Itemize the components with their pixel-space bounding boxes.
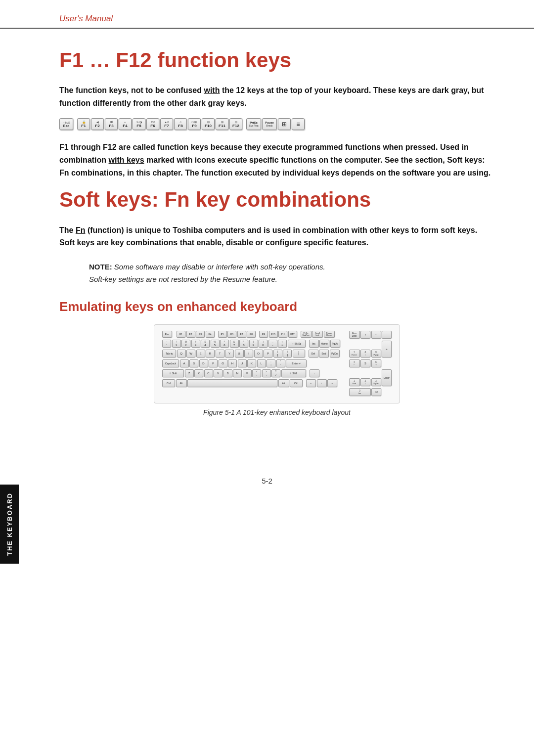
main-keyboard: Esc F1 F2 F3 F4 F5 F6 F7 F8 F9 F10 [162,331,340,388]
kbd-w: W [186,350,195,357]
figure-caption: Figure 5-1 A 101-key enhanced keyboard l… [203,408,351,416]
kbd-enter: Enter ↵ [286,359,307,367]
kbd-f12: F12 [288,331,297,338]
kbd-s: S [189,359,198,367]
kbd-lctrl: Ctrl [162,379,175,387]
kbd-5: %5 [211,340,220,348]
kbd-8: *8 [239,340,248,348]
kbd-end: End [319,350,329,357]
kbd-rctrl: Ctrl [290,379,303,387]
kbd-tilde: ~` [162,340,171,348]
keyboard-figure: Esc F1 F2 F3 F4 F5 F6 F7 F8 F9 F10 [154,324,400,403]
kbd-m: M [243,369,252,377]
kbd-x: X [194,369,203,377]
keyboard-figure-container: Esc F1 F2 F3 F4 F5 F6 F7 F8 F9 F10 [59,324,494,428]
section2-body: The Fn (function) is unique to Toshiba c… [59,224,494,249]
key-f12: ⊟ F12 [229,118,242,130]
kbd-pgdn-nav: PgDn [330,350,340,357]
kbd-f3: F3 [196,331,205,338]
kbd-num3: 3PgDn [371,378,381,386]
kbd-ralt: Alt [278,379,289,387]
kbd-num-enter: Enter [382,369,392,386]
numpad-row3: 1End 2↓ 3PgDn Enter [349,369,392,386]
kbd-tab: Tab ↹ [162,350,176,357]
key-f5: ☀/◑ F5 [133,118,145,130]
kbd-plus: += [278,340,287,348]
kbd-4: $4 [201,340,210,348]
kbd-f5: F5 [218,331,227,338]
kbd-lbracket: {[ [273,350,282,357]
kbd-esc: Esc [162,331,172,338]
kbd-num2: 2↓ [360,378,370,386]
kbd-num-slash: / [360,331,370,339]
kbd-num7: 7Home [349,350,360,357]
kbd-num9: 9PgUp [371,350,381,357]
kbd-num-del: Del [371,388,381,396]
kbd-y: Y [225,350,234,357]
kbd-f7: F7 [237,331,246,338]
kbd-o: O [254,350,263,357]
kbd-del: Del [309,350,318,357]
kbd-pause: PauseBreak [324,331,335,338]
kbd-comma: <, [252,369,261,377]
kbd-home: Home [319,340,329,348]
function-key-strip: ←N/S Esc 🔒 F1 ◀ F2 ⇄ F3 ↔ F4 ☀/◑ F5 ▼0 F… [59,118,494,130]
kbd-num5: 5 [360,359,370,367]
side-tab-text: The Keyboard [6,492,13,556]
kbd-capslock: CapsLock [162,359,179,367]
kbd-slash: ?/ [271,369,280,377]
kbd-k: K [247,359,256,367]
kbd-num0: 0Ins [349,388,371,396]
num-row: ~` !1 @2 #3 $4 %5 ^6 &7 *8 (9 )0 _- += ←… [162,340,340,348]
breadcrumb-link[interactable]: User's Manual [59,14,113,23]
key-f11: ⊞ F11 [216,118,228,130]
kbd-z: Z [185,369,194,377]
kbd-f4: F4 [206,331,215,338]
kbd-f9: F9 [259,331,268,338]
kbd-u: U [235,350,244,357]
kbd-q: Q [177,350,186,357]
kbd-h: H [228,359,237,367]
numpad-row1: 7Home 8↑ 9PgUp + [349,341,392,357]
fkey-row: Esc F1 F2 F3 F4 F5 F6 F7 F8 F9 F10 [162,331,340,338]
key-f2: ◀ F2 [91,118,104,130]
key-esc: ←N/S Esc [59,118,73,130]
numpad-row0: NumLock / * - [349,331,392,339]
kbd-r: R [206,350,215,357]
numpad-row2: 4← 5 6→ [349,359,392,367]
section1-intro: The function keys, not to be confused wi… [59,84,494,109]
kbd-0: )0 [259,340,267,348]
kbd-c: C [204,369,213,377]
kbd-right: → [327,379,337,387]
key-f1: 🔒 F1 [77,118,90,130]
kbd-minus: _- [268,340,277,348]
kbd-f6: F6 [227,331,236,338]
kbd-n: N [233,369,242,377]
kbd-scroll: Scrolllock [312,331,323,338]
kbd-period: >. [262,369,271,377]
kbd-f1: F1 [177,331,185,338]
key-f10: ⊟ F10 [202,118,215,130]
kbd-num1: 1End [349,378,360,386]
kbd-num8: 8↑ [360,350,370,357]
numpad: NumLock / * - 7Home 8↑ 9PgUp + 4← [349,331,392,397]
kbd-up: ↑ [310,369,319,377]
kbd-d: D [199,359,208,367]
kbd-num6: 6→ [371,359,381,367]
kbd-lalt: Alt [176,379,187,387]
kbd-v: V [214,369,222,377]
shift-row: ⇧ Shift Z X C V B N M <, >. ?/ ⇧ Shift ↑ [162,369,340,377]
kbd-backslash: |\ [293,350,305,357]
page-number: 5-2 [0,477,534,485]
key-f3: ⇄ F3 [105,118,118,130]
kbd-ins: Ins [309,340,319,348]
note-block: NOTE: Some software may disable or inter… [89,261,465,286]
kbd-f10: F10 [269,331,278,338]
kbd-f: F [209,359,218,367]
kbd-9: (9 [249,340,258,348]
note-label: NOTE: [89,263,112,271]
section3-title: Emulating keys on enhanced keyboard [59,299,494,314]
kbd-semicolon: :; [267,359,275,367]
kbd-rshift: ⇧ Shift [281,369,306,377]
kbd-6: ^6 [220,340,229,348]
